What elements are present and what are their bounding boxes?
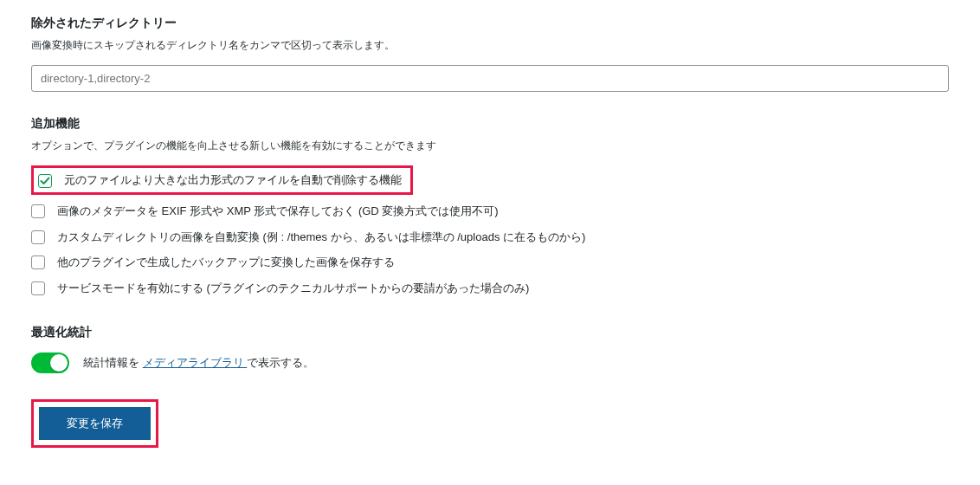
features-title: 追加機能: [31, 116, 949, 132]
feature-checkbox-custom-dir[interactable]: [31, 230, 45, 244]
feature-row: カスタムディレクトリの画像を自動変換 (例 : /themes から、あるいは非…: [31, 224, 949, 250]
save-highlight: 変更を保存: [31, 399, 158, 448]
feature-label: 他のプラグインで生成したバックアップに変換した画像を保存する: [57, 254, 395, 271]
feature-checkbox-backup[interactable]: [31, 255, 45, 269]
feature-checkbox-exif-xmp[interactable]: [31, 204, 45, 218]
toggle-knob: [50, 354, 68, 372]
media-library-link[interactable]: メディアライブラリ: [143, 356, 248, 369]
excluded-title: 除外されたディレクトリー: [31, 16, 949, 31]
stats-text-after: で表示する。: [247, 356, 314, 369]
stats-text: 統計情報を メディアライブラリ で表示する。: [83, 355, 314, 371]
feature-row: 画像のメタデータを EXIF 形式や XMP 形式で保存しておく (GD 変換方…: [31, 198, 949, 224]
additional-features-section: 追加機能 オプションで、プラグインの機能を向上させる新しい機能を有効にすることが…: [31, 116, 949, 301]
stats-toggle[interactable]: [31, 352, 69, 373]
excluded-directories-section: 除外されたディレクトリー 画像変換時にスキップされるディレクトリ名をカンマで区切…: [31, 16, 949, 92]
feature-row: 他のプラグインで生成したバックアップに変換した画像を保存する: [31, 249, 949, 275]
feature-row-highlight: 元のファイルより大きな出力形式のファイルを自動で削除する機能: [31, 165, 413, 195]
stats-title: 最適化統計: [31, 325, 949, 340]
features-desc: オプションで、プラグインの機能を向上させる新しい機能を有効にすることができます: [31, 139, 949, 153]
excluded-directories-input[interactable]: [31, 65, 949, 92]
feature-label: 画像のメタデータを EXIF 形式や XMP 形式で保存しておく (GD 変換方…: [57, 203, 499, 220]
feature-checkbox-service-mode[interactable]: [31, 281, 45, 295]
check-icon: [40, 176, 50, 186]
feature-row: サービスモードを有効にする (プラグインのテクニカルサポートからの要請があった場…: [31, 275, 949, 301]
save-button[interactable]: 変更を保存: [39, 407, 151, 440]
excluded-desc: 画像変換時にスキップされるディレクトリ名をカンマで区切って表示します。: [31, 38, 949, 53]
feature-label: カスタムディレクトリの画像を自動変換 (例 : /themes から、あるいは非…: [57, 229, 585, 246]
stats-toggle-row: 統計情報を メディアライブラリ で表示する。: [31, 352, 949, 373]
feature-checkbox-auto-delete[interactable]: [38, 174, 52, 188]
feature-label: サービスモードを有効にする (プラグインのテクニカルサポートからの要請があった場…: [57, 280, 529, 297]
optimization-stats-section: 最適化統計 統計情報を メディアライブラリ で表示する。: [31, 325, 949, 373]
feature-label: 元のファイルより大きな出力形式のファイルを自動で削除する機能: [64, 172, 402, 188]
stats-text-before: 統計情報を: [83, 356, 143, 369]
